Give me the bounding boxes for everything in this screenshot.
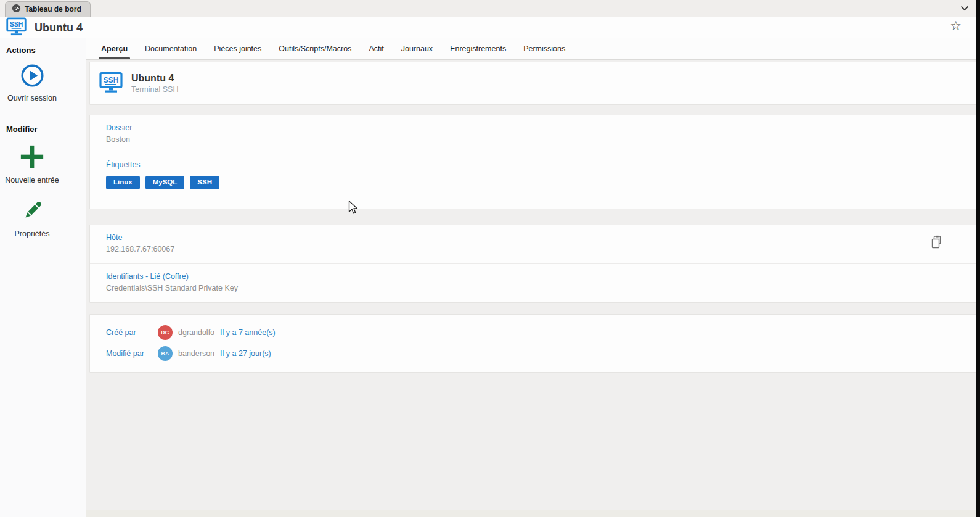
host-field: Hôte 192.168.7.67:60067	[90, 225, 976, 264]
tab-enregistrements[interactable]: Enregistrements	[441, 38, 515, 59]
created-by-user: dgrandolfo	[178, 328, 214, 337]
entry-name: Ubuntu 4	[131, 73, 178, 84]
host-value: 192.168.7.67:60067	[106, 245, 976, 254]
folder-label: Dossier	[106, 123, 976, 132]
tab-dashboard-label: Tableau de bord	[25, 5, 81, 14]
sidebar-item-properties[interactable]: Propriétés	[0, 199, 64, 239]
tab-outils-scripts-macros[interactable]: Outils/Scripts/Macros	[270, 38, 360, 59]
modified-by-label: Modifié par	[106, 349, 158, 358]
entry-titlebar: SSH Ubuntu 4 ☆	[0, 17, 980, 38]
tab-journaux[interactable]: Journaux	[393, 38, 441, 59]
tags-field: Étiquettes Linux MySQL SSH	[90, 152, 976, 209]
copy-icon[interactable]	[930, 235, 942, 251]
avatar: DG	[158, 325, 173, 340]
sidebar-item-label: Ouvrir session	[0, 94, 64, 104]
tab-actif[interactable]: Actif	[360, 38, 392, 59]
modified-by-row: Modifié par BA banderson Il y a 27 jour(…	[106, 346, 976, 361]
window-right-edge	[976, 0, 980, 517]
bottom-edge	[86, 510, 976, 517]
connection-card: Hôte 192.168.7.67:60067 Identifiants - L…	[89, 225, 977, 303]
entry-type: Terminal SSH	[131, 85, 178, 94]
plus-icon	[0, 144, 64, 172]
sidebar-item-label: Nouvelle entrée	[0, 176, 64, 186]
credentials-label: Identifiants - Lié (Coffre)	[106, 272, 976, 281]
folder-tags-card: Dossier Boston Étiquettes Linux MySQL SS…	[89, 115, 977, 209]
folder-field: Dossier Boston	[90, 115, 976, 152]
ssh-terminal-icon: SSH	[99, 72, 123, 96]
tag-badge[interactable]: SSH	[190, 176, 219, 189]
chevron-down-icon[interactable]	[960, 2, 969, 14]
sidebar-item-new-entry[interactable]: Nouvelle entrée	[0, 144, 64, 186]
empty-area	[89, 373, 977, 511]
tab-pieces-jointes[interactable]: Pièces jointes	[205, 38, 270, 59]
tab-apercu[interactable]: Aperçu	[92, 38, 136, 59]
created-by-row: Créé par DG dgrandolfo Il y a 7 année(s)	[106, 325, 976, 340]
ssh-terminal-icon: SSH	[6, 17, 27, 38]
sidebar-item-label: Propriétés	[0, 230, 64, 239]
tab-documentation[interactable]: Documentation	[136, 38, 205, 59]
folder-value: Boston	[106, 135, 976, 144]
tag-badge[interactable]: MySQL	[145, 176, 185, 189]
avatar: BA	[158, 346, 173, 361]
modified-by-when: Il y a 27 jour(s)	[220, 349, 271, 358]
tags-label: Étiquettes	[106, 160, 976, 169]
svg-text:SSH: SSH	[10, 21, 23, 28]
entry-tabs: Aperçu Documentation Pièces jointes Outi…	[86, 38, 980, 60]
svg-text:SSH: SSH	[104, 76, 119, 85]
modified-by-user: banderson	[178, 349, 214, 358]
tab-dashboard[interactable]: Tableau de bord	[5, 1, 91, 17]
credentials-value: Credentials\SSH Standard Private Key	[106, 284, 976, 292]
overview-panel: SSH Ubuntu 4 Terminal SSH Dossier Boston	[86, 60, 980, 517]
pencil-icon	[0, 199, 64, 226]
tag-badge[interactable]: Linux	[106, 176, 140, 189]
host-label: Hôte	[106, 233, 976, 242]
page-title: Ubuntu 4	[35, 22, 83, 35]
tag-list: Linux MySQL SSH	[106, 176, 976, 189]
dashboard-gauge-icon	[12, 4, 21, 15]
actions-sidebar: Actions Ouvrir session Modifier Nouvelle…	[0, 38, 86, 517]
audit-card: Créé par DG dgrandolfo Il y a 7 année(s)…	[89, 314, 977, 373]
play-icon	[0, 64, 64, 90]
sidebar-heading-actions: Actions	[6, 46, 86, 55]
entry-header-card: SSH Ubuntu 4 Terminal SSH	[89, 62, 977, 105]
sidebar-heading-modify: Modifier	[6, 125, 86, 134]
tab-permissions[interactable]: Permissions	[515, 38, 574, 59]
favorite-star-icon[interactable]: ☆	[950, 19, 962, 32]
created-by-label: Créé par	[106, 328, 158, 337]
sidebar-item-open-session[interactable]: Ouvrir session	[0, 64, 64, 104]
created-by-when: Il y a 7 année(s)	[220, 328, 276, 337]
credentials-field: Identifiants - Lié (Coffre) Credentials\…	[90, 264, 976, 302]
window-tab-strip: Tableau de bord	[0, 0, 980, 17]
